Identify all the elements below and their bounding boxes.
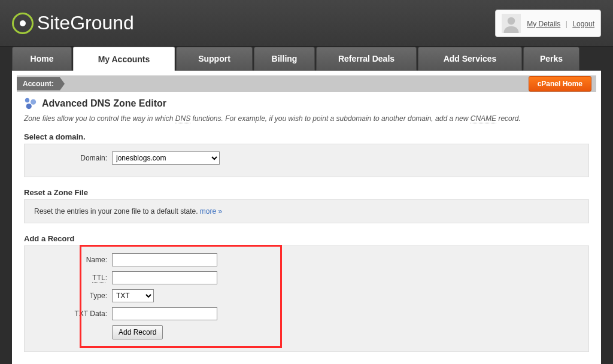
- user-links: My Details | Logout: [527, 18, 594, 29]
- page-title-row: Advanced DNS Zone Editor: [24, 97, 589, 110]
- name-input[interactable]: [112, 253, 217, 266]
- svg-point-1: [25, 98, 29, 102]
- tab-add-services[interactable]: Add Services: [418, 47, 522, 71]
- tab-billing[interactable]: Billing: [254, 47, 315, 71]
- txt-data-row: TXT Data:: [34, 307, 579, 320]
- svg-point-2: [31, 99, 36, 105]
- intro-text: Zone files allow you to control the way …: [24, 114, 589, 124]
- account-label: Account:: [17, 77, 65, 90]
- type-row: Type: TXT: [34, 289, 579, 302]
- type-label: Type:: [34, 292, 112, 300]
- tab-referral-deals[interactable]: Referral Deals: [316, 47, 417, 71]
- tab-my-accounts[interactable]: My Accounts: [73, 47, 175, 71]
- name-label: Name:: [34, 256, 112, 264]
- reset-text: Reset the entries in your zone file to a…: [34, 207, 200, 216]
- select-domain-heading: Select a domain.: [24, 132, 589, 141]
- dns-term: DNS: [175, 114, 190, 123]
- user-panel: My Details | Logout: [495, 10, 601, 37]
- user-icon: [502, 15, 520, 33]
- svg-point-3: [26, 104, 32, 109]
- avatar: [502, 14, 521, 33]
- nav-tabs: Home My Accounts Support Billing Referra…: [0, 47, 613, 71]
- domain-row: Domain: jonesblogs.com: [34, 151, 579, 165]
- add-record-box: Name: TTL: Type: TXT TXT Data: Add Recor…: [24, 245, 589, 352]
- select-domain-box: Domain: jonesblogs.com: [24, 144, 589, 177]
- sub-header: Account: cPanel Home: [17, 75, 596, 92]
- content: Account: cPanel Home Advanced DNS Zone E…: [12, 71, 601, 364]
- separator: |: [563, 20, 570, 28]
- my-details-link[interactable]: My Details: [527, 20, 560, 28]
- ttl-row: TTL:: [34, 271, 579, 284]
- logout-link[interactable]: Logout: [572, 20, 594, 28]
- intro-mid: functions. For example, if you wish to p…: [190, 114, 471, 123]
- brand-logo: SiteGround: [12, 12, 134, 34]
- reset-zone-box: Reset the entries in your zone file to a…: [24, 199, 589, 223]
- reset-zone-heading: Reset a Zone File: [24, 188, 589, 197]
- submit-row: Add Record: [34, 325, 579, 339]
- header-bar: SiteGround My Details | Logout: [0, 0, 613, 47]
- svg-point-0: [508, 17, 515, 25]
- brand-icon: [12, 13, 34, 34]
- dns-zone-icon: [24, 97, 37, 110]
- add-record-heading: Add a Record: [24, 234, 589, 243]
- ttl-term: TTL: [92, 274, 105, 283]
- tab-perks[interactable]: Perks: [523, 47, 579, 71]
- more-link[interactable]: more »: [200, 207, 222, 216]
- cpanel-home-button[interactable]: cPanel Home: [529, 76, 591, 92]
- add-record-button[interactable]: Add Record: [112, 325, 163, 339]
- intro-post: record.: [496, 114, 521, 123]
- txt-data-input[interactable]: [112, 307, 217, 320]
- tab-home[interactable]: Home: [12, 47, 72, 71]
- type-select[interactable]: TXT: [112, 289, 154, 302]
- ttl-label: TTL:: [34, 274, 112, 282]
- domain-label: Domain:: [34, 154, 112, 162]
- page-body: Advanced DNS Zone Editor Zone files allo…: [17, 92, 596, 357]
- page-title: Advanced DNS Zone Editor: [42, 98, 166, 109]
- cname-term: CNAME: [471, 114, 496, 123]
- ttl-colon: :: [105, 274, 107, 282]
- name-row: Name:: [34, 253, 579, 266]
- domain-select[interactable]: jonesblogs.com: [112, 151, 220, 165]
- txt-data-label: TXT Data:: [34, 310, 112, 318]
- tab-support[interactable]: Support: [176, 47, 253, 71]
- intro-pre: Zone files allow you to control the way …: [24, 114, 175, 123]
- ttl-input[interactable]: [112, 271, 217, 284]
- brand-text: SiteGround: [37, 12, 134, 34]
